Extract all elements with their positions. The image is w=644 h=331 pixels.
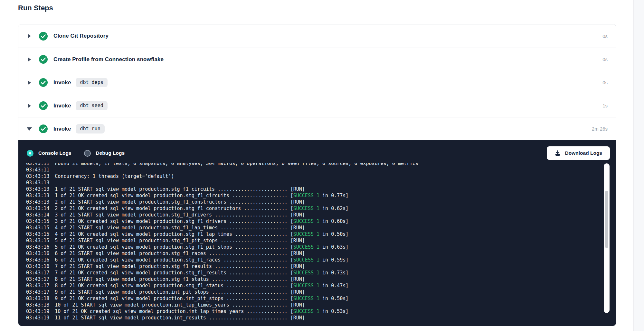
step-row-invoke-dbt-seed[interactable]: Invoke dbt seed 1s <box>18 94 616 117</box>
log-line: 03:43:166 of 21 START sql view model pro… <box>26 250 616 257</box>
log-line: 03:43:143 of 21 START sql view model pro… <box>26 212 616 218</box>
step-duration: 0s <box>602 57 608 62</box>
log-line: 03:43:13 <box>26 179 616 186</box>
step-duration: 1s <box>602 103 608 108</box>
log-line: 03:43:11Found 21 models, 17 tests, 0 sna… <box>26 163 616 167</box>
chevron-right-icon[interactable] <box>27 104 32 108</box>
log-line: 03:43:1810 of 21 START sql view model pr… <box>26 302 616 308</box>
chevron-right-icon[interactable] <box>27 57 32 62</box>
step-row-invoke-dbt-deps[interactable]: Invoke dbt deps 0s <box>18 71 616 94</box>
step-duration: 0s <box>602 33 608 39</box>
page-title: Run Steps <box>18 4 53 12</box>
download-logs-label: Download Logs <box>565 150 602 156</box>
console-logs-radio[interactable]: Console Logs <box>27 150 71 157</box>
step-row-clone-git-repository[interactable]: Clone Git Repository 0s <box>18 24 616 48</box>
download-icon <box>554 150 561 156</box>
success-check-icon <box>39 78 48 87</box>
radio-label: Console Logs <box>38 150 71 156</box>
log-line: 03:43:155 of 21 START sql view model pro… <box>26 237 616 244</box>
console-toolbar: Console Logs Debug Logs Download Logs <box>18 140 616 163</box>
chevron-right-icon[interactable] <box>27 34 32 38</box>
step-label: Invoke <box>53 79 71 86</box>
log-line: 03:43:154 of 21 START sql view model pro… <box>26 225 616 231</box>
radio-label: Debug Logs <box>96 150 125 156</box>
right-gutter <box>633 0 644 331</box>
log-line: 03:43:177 of 21 OK created sql view mode… <box>26 270 616 276</box>
radio-selected-icon <box>27 150 33 157</box>
console-scrollbar-thumb[interactable] <box>605 191 608 248</box>
log-line: 03:43:142 of 21 OK created sql view mode… <box>26 205 616 212</box>
log-line: 03:43:178 of 21 START sql view model pro… <box>26 276 616 282</box>
log-line: 03:43:178 of 21 OK created sql view mode… <box>26 282 616 289</box>
console-log-lines: 03:43:11Found 21 models, 17 tests, 0 sna… <box>26 163 616 321</box>
log-line: 03:43:11 <box>26 167 616 173</box>
step-duration: 0s <box>602 80 608 85</box>
log-line: 03:43:154 of 21 OK created sql view mode… <box>26 231 616 237</box>
log-line: 03:43:1910 of 21 OK created sql view mod… <box>26 308 616 315</box>
step-label: Create Profile from Connection snowflake <box>53 56 164 63</box>
console-panel: Console Logs Debug Logs Download Logs 03… <box>18 140 616 326</box>
step-command-badge: dbt run <box>76 124 104 133</box>
chevron-right-icon[interactable] <box>27 80 32 85</box>
success-check-icon <box>39 32 48 41</box>
success-check-icon <box>39 101 48 110</box>
console-scrollbar-track[interactable] <box>604 163 610 313</box>
log-line: 03:43:167 of 21 START sql view model pro… <box>26 263 616 270</box>
step-label: Clone Git Repository <box>53 33 109 39</box>
run-steps-card: Clone Git Repository 0s Create Profile f… <box>18 24 616 326</box>
log-line: 03:43:165 of 21 OK created sql view mode… <box>26 244 616 250</box>
step-label: Invoke <box>53 103 71 109</box>
log-line: 03:43:13Concurrency: 1 threads (target='… <box>26 173 616 179</box>
step-row-create-profile[interactable]: Create Profile from Connection snowflake… <box>18 48 616 71</box>
step-command-badge: dbt deps <box>76 78 107 87</box>
log-line: 03:43:179 of 21 START sql view model pro… <box>26 289 616 295</box>
log-line: 03:43:1911 of 21 START sql view model pr… <box>26 315 616 321</box>
chevron-down-icon[interactable] <box>27 127 32 131</box>
log-line: 03:43:166 of 21 OK created sql view mode… <box>26 257 616 263</box>
console-log-output[interactable]: 03:43:11Found 21 models, 17 tests, 0 sna… <box>18 163 616 326</box>
log-line: 03:43:189 of 21 OK created sql view mode… <box>26 295 616 302</box>
radio-unselected-icon <box>84 150 91 157</box>
download-logs-button[interactable]: Download Logs <box>547 146 610 160</box>
step-command-badge: dbt seed <box>76 101 107 110</box>
step-duration: 2m 26s <box>592 126 608 132</box>
log-line: 03:43:153 of 21 OK created sql view mode… <box>26 218 616 225</box>
success-check-icon <box>39 124 48 133</box>
log-line: 03:43:132 of 21 START sql view model pro… <box>26 199 616 205</box>
success-check-icon <box>39 55 48 64</box>
log-line: 03:43:131 of 21 OK created sql view mode… <box>26 192 616 199</box>
log-line: 03:43:131 of 21 START sql view model pro… <box>26 186 616 192</box>
debug-logs-radio[interactable]: Debug Logs <box>84 150 125 157</box>
step-row-invoke-dbt-run[interactable]: Invoke dbt run 2m 26s <box>18 117 616 140</box>
step-label: Invoke <box>53 126 71 132</box>
